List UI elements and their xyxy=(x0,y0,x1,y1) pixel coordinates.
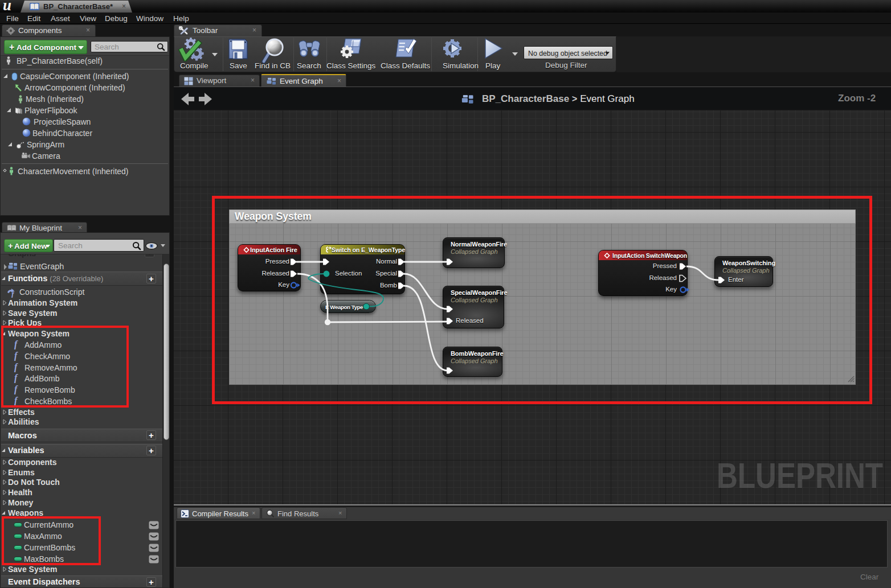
svg-text:f: f xyxy=(11,290,15,298)
